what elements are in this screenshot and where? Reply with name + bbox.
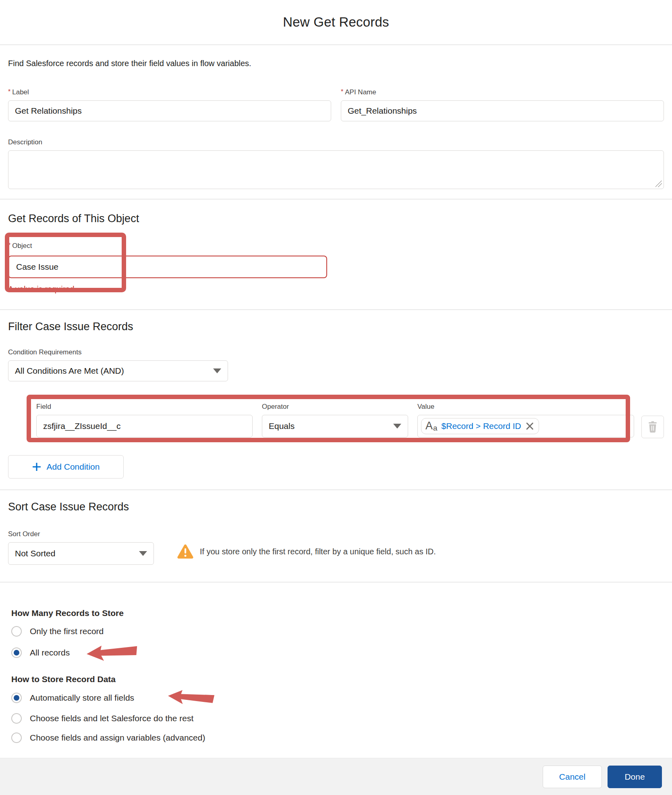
annotation-arrow-store-all-fields xyxy=(167,688,216,708)
filter-section-heading: Filter Case Issue Records xyxy=(8,320,664,333)
value-column-label: Value xyxy=(417,403,434,410)
radio-option-choose-fields-salesforce[interactable]: Choose fields and let Salesforce do the … xyxy=(11,712,664,725)
done-button[interactable]: Done xyxy=(608,766,662,788)
value-resource-link[interactable]: $Record > Record ID xyxy=(442,421,521,431)
api-name-input[interactable]: Get_Relationships xyxy=(341,100,664,121)
radio-option-choose-fields-advanced[interactable]: Choose fields and assign variables (adva… xyxy=(11,731,664,745)
section-divider xyxy=(0,199,672,200)
description-textarea[interactable] xyxy=(8,150,664,189)
field-column-label: Field xyxy=(36,403,51,410)
condition-value-input[interactable]: Aa $Record > Record ID xyxy=(417,415,634,437)
store-options-section: How Many Records to Store Only the first… xyxy=(8,608,664,745)
api-name-field-group: *API Name Get_Relationships xyxy=(341,88,664,121)
condition-operator-select[interactable]: Equals xyxy=(262,415,408,437)
sort-order-label: Sort Order xyxy=(8,530,664,538)
chevron-down-icon xyxy=(139,551,147,556)
chevron-down-icon xyxy=(213,368,221,373)
condition-operator-group: Operator Equals xyxy=(262,403,408,437)
condition-field-group: Field zsfjira__ZIssueId__c xyxy=(36,403,253,437)
object-section-heading: Get Records of This Object xyxy=(8,212,664,225)
condition-value-group: Value Aa $Record > Record ID xyxy=(417,403,634,437)
chevron-down-icon xyxy=(393,424,401,429)
sort-warning: If you store only the first record, filt… xyxy=(177,544,436,559)
condition-row: Field zsfjira__ZIssueId__c Operator Equa… xyxy=(8,403,664,438)
label-field-label: *Label xyxy=(8,88,331,96)
delete-condition-button[interactable] xyxy=(641,416,664,438)
required-asterisk: * xyxy=(341,88,343,95)
radio-button-selected[interactable] xyxy=(11,693,22,703)
radio-button[interactable] xyxy=(11,626,22,637)
resize-handle-icon[interactable] xyxy=(655,181,662,187)
new-get-records-dialog: New Get Records Find Salesforce records … xyxy=(0,0,672,795)
page-title: New Get Records xyxy=(283,15,389,30)
operator-column-label: Operator xyxy=(262,403,289,410)
how-many-records-heading: How Many Records to Store xyxy=(11,608,664,618)
radio-option-only-first-record[interactable]: Only the first record xyxy=(11,624,664,638)
plus-icon xyxy=(32,462,41,471)
condition-field-input[interactable]: zsfjira__ZIssueId__c xyxy=(36,415,253,437)
object-field-group: *Object Case Issue A value is required. xyxy=(8,242,327,294)
add-condition-button[interactable]: Add Condition xyxy=(8,455,124,479)
description-field-label: Description xyxy=(8,138,664,146)
warning-icon xyxy=(177,544,193,559)
label-field-group: *Label Get Relationships xyxy=(8,88,331,121)
section-divider xyxy=(0,489,672,490)
object-field-label: *Object xyxy=(8,242,327,250)
section-divider xyxy=(0,582,672,583)
radio-button[interactable] xyxy=(11,713,22,724)
dialog-description-text: Find Salesforce records and store their … xyxy=(8,59,664,68)
radio-button[interactable] xyxy=(11,733,22,743)
required-asterisk: * xyxy=(8,88,10,95)
radio-option-automatically-store-all-fields[interactable]: Automatically store all fields xyxy=(11,690,664,706)
sort-section-heading: Sort Case Issue Records xyxy=(8,501,664,513)
value-resource-pill[interactable]: Aa $Record > Record ID xyxy=(421,418,539,434)
cancel-button[interactable]: Cancel xyxy=(543,766,602,788)
dialog-footer: Cancel Done xyxy=(0,758,672,795)
api-name-field-label: *API Name xyxy=(341,88,664,96)
description-field-group: Description xyxy=(8,138,664,189)
condition-requirements-label: Condition Requirements xyxy=(8,348,664,356)
object-error-message: A value is required. xyxy=(8,285,327,294)
dialog-header: New Get Records xyxy=(0,0,672,45)
sort-warning-text: If you store only the first record, filt… xyxy=(200,547,436,556)
required-asterisk: * xyxy=(8,242,10,249)
section-divider xyxy=(0,309,672,310)
close-icon[interactable] xyxy=(526,422,534,430)
annotation-arrow-all-records xyxy=(85,643,139,663)
radio-option-all-records[interactable]: All records xyxy=(11,644,664,662)
radio-button-selected[interactable] xyxy=(11,647,22,658)
how-to-store-heading: How to Store Record Data xyxy=(11,674,664,684)
text-type-icon: Aa xyxy=(425,420,438,432)
object-input[interactable]: Case Issue xyxy=(8,256,327,278)
label-input[interactable]: Get Relationships xyxy=(8,100,331,121)
trash-icon xyxy=(647,421,658,433)
sort-order-select[interactable]: Not Sorted xyxy=(8,542,154,565)
condition-requirements-select[interactable]: All Conditions Are Met (AND) xyxy=(8,360,228,381)
